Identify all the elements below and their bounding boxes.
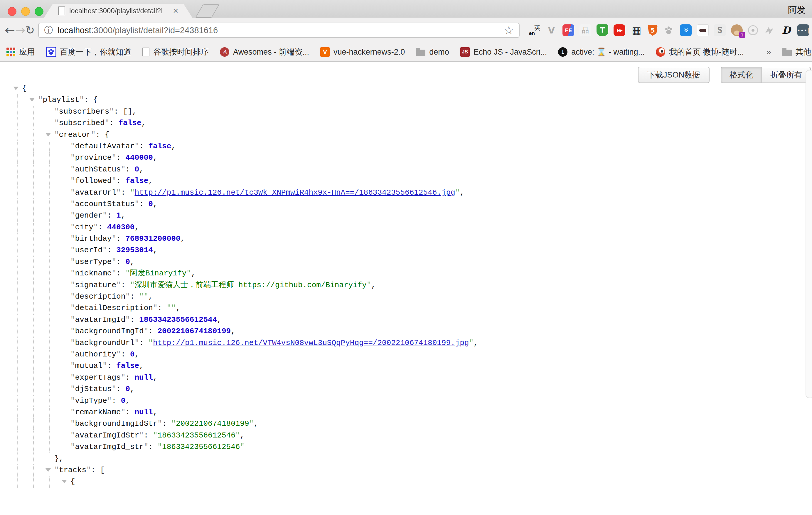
minimize-window-icon[interactable] — [21, 7, 30, 16]
translate-icon[interactable]: 英en — [528, 24, 540, 36]
bookmark-active-waiting[interactable]: ↓ active: ⌛ - waiting... — [558, 47, 645, 57]
bookmark-weibo-home[interactable]: 我的首页 微博-随时... — [656, 47, 744, 57]
json-tree: {"playlist": {"subscribers": [],"subscri… — [0, 62, 812, 488]
download-helper-icon[interactable]: « — [680, 24, 692, 36]
json-line: "mutual": false, — [0, 360, 812, 372]
vue-devtools-icon[interactable]: V — [546, 24, 557, 36]
bookmark-vue-hackernews[interactable]: V vue-hackernews-2.0 — [320, 47, 405, 57]
bird-icon[interactable] — [763, 24, 775, 36]
indent-guide — [49, 476, 50, 487]
video-red-icon[interactable]: ▶▶ — [613, 24, 625, 36]
bookmark-apps[interactable]: 应用 — [6, 47, 35, 57]
bookmarks-overflow-icon[interactable]: » — [766, 47, 771, 57]
json-url-link[interactable]: http://p1.music.126.net/tc3Wk_XNPmwiR4hx… — [135, 188, 455, 197]
indent-guide — [49, 245, 50, 256]
indent-guide — [17, 199, 18, 210]
new-tab-button[interactable] — [195, 4, 220, 18]
indent-guide — [17, 383, 18, 395]
json-line: "birthday": 768931200000, — [0, 233, 812, 245]
json-line: "subscribers": [], — [0, 106, 812, 117]
bookmark-demo-folder[interactable]: demo — [416, 48, 449, 57]
bookmark-google-sort[interactable]: 谷歌按时间排序 — [142, 47, 209, 57]
mask-icon[interactable] — [697, 24, 709, 36]
address-bar[interactable]: ⓘ localhost:3000/playlist/detail?id=2438… — [38, 23, 520, 38]
fe-helper-icon[interactable]: FE — [562, 24, 574, 36]
indent-guide — [49, 210, 50, 221]
indent-guide — [33, 256, 34, 268]
bookmark-echojs[interactable]: JS Echo JS - JavaScri... — [460, 47, 547, 57]
indent-guide — [17, 187, 18, 199]
bookmark-baidu[interactable]: 百度一下，你就知道 — [46, 47, 131, 57]
tampermonkey-shield-icon[interactable]: T — [597, 24, 608, 36]
indent-guide — [17, 372, 18, 383]
page-icon — [58, 6, 65, 15]
collapse-all-button[interactable]: 折叠所有 — [761, 67, 811, 83]
indent-guide — [33, 280, 34, 291]
forward-icon[interactable]: → — [15, 24, 25, 36]
collapse-toggle-icon[interactable] — [29, 98, 35, 102]
collapse-toggle-icon[interactable] — [13, 87, 19, 90]
collapse-toggle-icon[interactable] — [46, 468, 51, 472]
profile-name[interactable]: 阿发 — [788, 4, 806, 16]
bookmark-label: Awesomes - 前端资... — [233, 47, 309, 57]
indent-guide — [33, 187, 34, 199]
password-dots-icon[interactable]: •••| — [797, 24, 809, 36]
json-line: "authority": 0, — [0, 349, 812, 360]
indent-guide — [49, 395, 50, 407]
bookmark-label: 我的首页 微博-随时... — [669, 47, 744, 57]
qr-code-icon[interactable]: ▦ — [631, 24, 642, 36]
indent-guide — [17, 117, 18, 129]
indent-guide — [49, 372, 50, 383]
indent-guide — [17, 407, 18, 418]
close-tab-icon[interactable]: × — [173, 6, 178, 15]
json-line: "authStatus": 0, — [0, 164, 812, 175]
url-text[interactable]: localhost:3000/playlist/detail?id=243816… — [58, 26, 504, 35]
json-line: "detailDescription": "", — [0, 303, 812, 314]
site-info-icon[interactable]: ⓘ — [44, 24, 53, 36]
bookmark-label: 应用 — [19, 47, 35, 57]
script-d-icon[interactable]: D — [780, 24, 792, 36]
indent-guide — [33, 268, 34, 279]
indent-guide — [33, 164, 34, 175]
weibo-eye-icon[interactable] — [748, 25, 758, 35]
json-line: "followed": false, — [0, 175, 812, 187]
json-line: "city": 440300, — [0, 222, 812, 233]
indent-guide — [49, 407, 50, 418]
other-bookmarks[interactable]: 其他书签 — [782, 47, 812, 57]
monkey-badge-icon[interactable]: 1 — [731, 24, 743, 36]
download-json-button[interactable]: 下载JSON数据 — [638, 67, 709, 83]
json-line: "avatarImgId_str": "18633423556612546" — [0, 441, 812, 453]
html5-player-icon[interactable]: 5 — [647, 25, 658, 36]
json-url-link[interactable]: http://p1.music.126.net/VTW4vsN08vwL3uSQ… — [153, 339, 469, 347]
collapse-toggle-icon[interactable] — [46, 133, 51, 137]
browser-tab[interactable]: localhost:3000/playlist/detail?i × — [44, 4, 192, 18]
bookmark-awesomes[interactable]: A Awesomes - 前端资... — [220, 47, 309, 57]
bookmark-star-icon[interactable]: ☆ — [504, 24, 514, 37]
indent-guide — [49, 337, 50, 349]
bookmark-label: 谷歌按时间排序 — [153, 47, 209, 57]
indent-guide — [17, 395, 18, 407]
folder-icon — [416, 50, 425, 56]
sitemap-icon[interactable]: 品 — [580, 24, 591, 36]
json-line: "defaultAvatar": false, — [0, 141, 812, 152]
collapse-toggle-icon[interactable] — [62, 480, 67, 483]
bookmark-label: vue-hackernews-2.0 — [334, 48, 405, 57]
indent-guide — [33, 349, 34, 360]
indent-guide — [49, 199, 50, 210]
scrollbar-track[interactable] — [806, 70, 812, 398]
close-window-icon[interactable] — [8, 7, 17, 16]
indent-guide — [17, 430, 18, 441]
stylish-s-icon[interactable]: S — [714, 24, 726, 36]
back-icon[interactable]: ← — [5, 24, 15, 36]
indent-guide — [17, 325, 18, 337]
indent-guide — [33, 210, 34, 221]
maximize-window-icon[interactable] — [35, 7, 44, 16]
reload-icon[interactable]: ↻ — [25, 25, 35, 36]
json-line: "subscribed": false, — [0, 117, 812, 129]
paw-icon[interactable] — [663, 24, 675, 36]
indent-guide — [49, 187, 50, 199]
indent-guide — [33, 325, 34, 337]
indent-guide — [33, 372, 34, 383]
bookmark-label: active: ⌛ - waiting... — [571, 47, 645, 57]
format-button[interactable]: 格式化 — [721, 67, 761, 83]
